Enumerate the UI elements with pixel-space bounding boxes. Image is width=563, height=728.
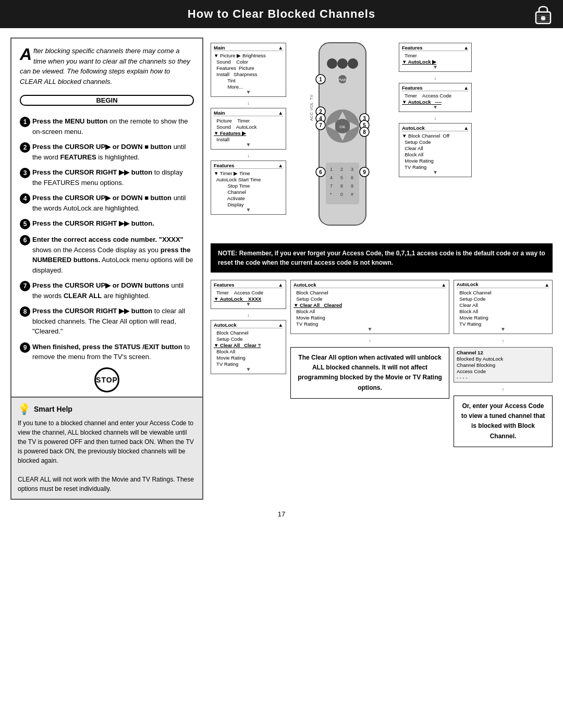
stop-circle: STOP [94, 367, 119, 392]
svg-text:9: 9 [351, 183, 353, 189]
svg-text:1: 1 [319, 77, 322, 82]
svg-text:0: 0 [340, 192, 343, 197]
svg-text:3: 3 [351, 167, 353, 172]
intro-text: After blocking specific channels there m… [20, 46, 194, 87]
begin-badge: BEGIN [20, 95, 194, 106]
svg-text:7: 7 [319, 122, 322, 128]
step-7-content: Press the CURSOR UP▶ or DOWN buttons unt… [32, 280, 194, 301]
remote-control: PWR OK 1 2 3 4 5 [290, 38, 395, 237]
step-5-content: Press the CURSOR RIGHT ▶▶ button. [32, 218, 154, 229]
step-9: 9 When finished, press the STATUS /EXIT … [20, 342, 194, 362]
step-7-number: 7 [20, 281, 30, 291]
step-1: 1 Press the MENU button on the remote to… [20, 116, 194, 137]
svg-text:9: 9 [363, 169, 366, 175]
svg-text:6: 6 [351, 175, 353, 180]
svg-text:*: * [330, 192, 332, 197]
right-column: Main▲ ▼ Picture ▶ Brightness Sound Color… [211, 38, 553, 500]
step-2-content: Press the CURSOR UP▶ or DOWN ■ button un… [32, 142, 194, 162]
remote-svg: PWR OK 1 2 3 4 5 [290, 38, 395, 236]
svg-text:5: 5 [340, 175, 343, 180]
bottom-caption-right: Or, enter your Access Code to view a tun… [454, 396, 553, 447]
note-box: NOTE: Remember, if you ever forget your … [211, 243, 553, 273]
main-content: After blocking specific channels there m… [0, 28, 563, 505]
lightbulb-icon: 💡 [18, 403, 31, 415]
svg-point-8 [337, 58, 348, 69]
svg-text:4: 4 [330, 175, 333, 180]
step-9-content: When finished, press the STATUS /EXIT bu… [32, 342, 194, 362]
step-4: 4 Press the CURSOR UP▶ or DOWN ■ button … [20, 193, 194, 213]
step-7: 7 Press the CURSOR UP▶ or DOWN buttons u… [20, 280, 194, 301]
step-5-number: 5 [20, 219, 30, 229]
step-8: 8 Press the CURSOR RIGHT ▶▶ button to cl… [20, 306, 194, 337]
step-8-content: Press the CURSOR RIGHT ▶▶ button to clea… [32, 306, 194, 337]
page-number: 17 [0, 505, 563, 521]
menu-features-1: Features▲ ▼ Timer ▶ Time AutoLock Start … [211, 161, 286, 215]
svg-point-7 [327, 58, 337, 69]
svg-text:VOL: VOL [309, 102, 314, 110]
step-4-content: Press the CURSOR UP▶ or DOWN ■ button un… [32, 193, 194, 213]
stop-badge: STOP [20, 367, 194, 392]
svg-text:2: 2 [340, 167, 343, 172]
drop-cap: A [20, 46, 32, 63]
smart-help-title: 💡 Smart Help [18, 403, 196, 415]
step-6: 6 Enter the correct access code number. … [20, 235, 194, 275]
menu-channel-blocked: AutoLock▲ Block Channel Setup Code Clear… [454, 280, 553, 334]
svg-text:1: 1 [330, 167, 333, 172]
menu-autolock-cleared: AutoLock▲ Block Channel Setup Code ▼ Cle… [290, 280, 449, 334]
page-title: How to Clear Blocked Channels [188, 7, 375, 21]
svg-text:7: 7 [330, 183, 333, 189]
step-1-number: 1 [20, 117, 30, 127]
lock-icon [534, 3, 553, 26]
smart-help-text: If you tune to a blocked channel and ent… [18, 418, 196, 493]
step-6-number: 6 [20, 235, 30, 245]
step-5: 5 Press the CURSOR RIGHT ▶▶ button. [20, 218, 194, 229]
svg-text:#: # [351, 192, 353, 197]
svg-text:TV: TV [309, 94, 314, 100]
step-3-content: Press the CURSOR RIGHT ▶▶ button to disp… [32, 167, 194, 188]
step-8-number: 8 [20, 306, 30, 317]
svg-rect-1 [541, 16, 545, 20]
smart-help-section: 💡 Smart Help If you tune to a blocked ch… [11, 397, 202, 499]
bottom-caption-left: The Clear All option when activated will… [290, 347, 449, 399]
svg-text:PWR: PWR [338, 78, 348, 82]
menu-features-2: Features▲ Timer ▼ AutoLock ▶ ▼ [399, 43, 472, 72]
svg-text:8: 8 [363, 129, 366, 135]
menu-main-1: Main▲ ▼ Picture ▶ Brightness Sound Color… [211, 43, 286, 97]
step-4-number: 4 [20, 193, 30, 204]
menu-channel-12: Channel 12 Blocked By AutoLock Channel B… [454, 347, 553, 382]
step-3-number: 3 [20, 168, 30, 178]
svg-text:8: 8 [340, 183, 343, 189]
step-3: 3 Press the CURSOR RIGHT ▶▶ button to di… [20, 167, 194, 188]
step-2-number: 2 [20, 142, 30, 153]
step-6-content: Enter the correct access code number. "X… [32, 235, 194, 275]
page-header: How to Clear Blocked Channels [0, 0, 563, 28]
step-9-number: 9 [20, 342, 30, 353]
menu-autolock-1: AutoLock▲ ▼ Block Channel Off Setup Code… [399, 123, 472, 177]
svg-text:6: 6 [319, 169, 322, 175]
menu-autolock-clear: AutoLock▲ Block Channel Setup Code ▼ Cle… [211, 320, 286, 374]
menu-features-xxxx: Features▲ Timer Access Code ▼ AutoLock X… [211, 280, 286, 309]
menu-main-2: Main▲ Picture Timer Sound AutoLock ▼ Fea… [211, 108, 286, 150]
svg-point-9 [348, 58, 358, 69]
svg-text:OK: OK [339, 125, 346, 129]
steps-column: After blocking specific channels there m… [10, 38, 203, 500]
step-2: 2 Press the CURSOR UP▶ or DOWN ■ button … [20, 142, 194, 162]
svg-text:ACC: ACC [309, 112, 314, 121]
step-1-content: Press the MENU button on the remote to s… [32, 116, 194, 137]
menu-features-3: Features▲ Timer Access Code ▼ AutoLock -… [399, 83, 472, 112]
